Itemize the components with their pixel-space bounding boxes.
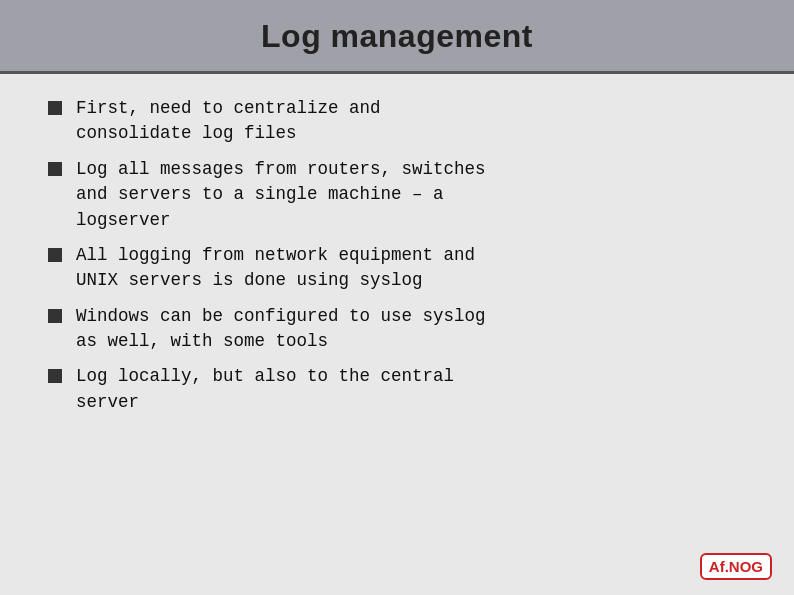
bullet-text-5: Log locally, but also to the centralserv… (76, 364, 746, 415)
bullet-marker (48, 101, 62, 115)
bullet-marker (48, 369, 62, 383)
bullet-text-1: First, need to centralize andconsolidate… (76, 96, 746, 147)
bullet-marker (48, 248, 62, 262)
logo-container: Af.NOG (700, 558, 772, 577)
afnog-logo: Af.NOG (700, 553, 772, 580)
title-bar: Log management (0, 0, 794, 71)
bullet-text-2: Log all messages from routers, switchesa… (76, 157, 746, 233)
bullet-marker (48, 309, 62, 323)
slide-title: Log management (261, 18, 533, 55)
slide: Log management First, need to centralize… (0, 0, 794, 595)
bullet-text-4: Windows can be configured to use sysloga… (76, 304, 746, 355)
list-item: All logging from network equipment andUN… (48, 243, 746, 294)
list-item: Log all messages from routers, switchesa… (48, 157, 746, 233)
list-item: Windows can be configured to use sysloga… (48, 304, 746, 355)
list-item: First, need to centralize andconsolidate… (48, 96, 746, 147)
list-item: Log locally, but also to the centralserv… (48, 364, 746, 415)
slide-content: First, need to centralize andconsolidate… (0, 74, 794, 595)
bullet-marker (48, 162, 62, 176)
bullet-text-3: All logging from network equipment andUN… (76, 243, 746, 294)
